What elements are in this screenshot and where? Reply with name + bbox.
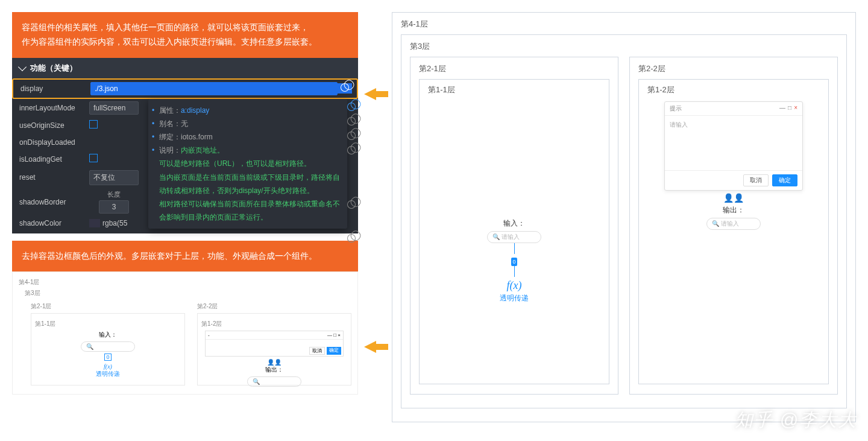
banner-line2: 作为容器组件的实际内容，双击可以进入内嵌页进行编辑。支持任意多层嵌套。 [22,35,348,49]
input-label: 输入： [503,218,525,229]
link-icon [339,81,351,94]
prop-label: reset [19,173,89,182]
layer-2-2: 第2-2层 第1-2层 提示 —□× 请输入 取消 [629,57,838,395]
layer-title: 第1-1层 [428,84,455,95]
layer-title: 第3层 [410,41,838,52]
layer-title: 第2-2层 [638,63,829,74]
link-icon-cell[interactable] [338,83,352,94]
layer-1-1: 第1-1层 输入： 🔍 请输入 0 f(x) 透明传递 [419,79,609,384]
useOriginSize-checkbox[interactable] [89,120,98,128]
tooltip-box: 属性：a:display 别名：无 绑定：iotos.form 说明：内嵌页地址… [148,99,347,229]
section-header[interactable]: 功能（关键） [12,58,358,78]
search-input[interactable]: 🔍 请输入 [706,218,761,230]
search-mini[interactable]: 🔍 [247,376,301,387]
prop-row-display: display [12,78,358,99]
layer-2-1: 第2-1层 第1-1层 输入： 🔍 请输入 0 f(x) 透明传递 [410,57,618,395]
search-mini[interactable]: 🔍 [81,341,135,352]
prop-row-innerLayoutMode: innerLayoutMode fullScreen [12,99,143,117]
close-icon: × [794,104,797,111]
section-title: 功能（关键） [30,63,77,74]
link-icon[interactable] [345,130,357,142]
link-icon[interactable] [345,232,357,244]
arrow-icon [364,341,388,353]
layer-4-1: 第4-1层 第3层 第2-1层 第1-1层 输入： 🔍 请输入 0 [392,12,856,422]
prop-label: innerLayoutMode [19,104,89,112]
display-input[interactable] [90,82,338,95]
layer-1-2: 第1-2层 提示 —□× 请输入 取消 确定 [638,79,829,384]
search-input[interactable]: 🔍 请输入 [487,231,541,243]
layer-title: 第2-1层 [419,63,609,74]
fx-label: 透明传递 [500,293,529,303]
prop-label: onDisplayLoaded [19,138,89,147]
pin-badge: 0 [511,258,517,266]
prop-row-shadowBorder: shadowBorder 长度 3 [12,188,143,217]
prop-label: display [20,84,90,93]
prop-row-isLoadingGet: isLoadingGet [12,151,143,168]
link-icon[interactable] [345,115,357,127]
people-icon: 👤👤 [723,193,744,203]
banner2-text: 去掉容器边框颜色后的外观。多层嵌套对于上层，功能、外观融合成一个组件。 [22,251,317,261]
chevron-down-icon [18,63,27,71]
color-swatch[interactable] [89,219,100,227]
prop-row-useOriginSize: useOriginSize [12,117,143,134]
maximize-icon: □ [788,104,791,111]
innerLayoutMode-select[interactable]: fullScreen [89,101,139,115]
output-label: 输出： [723,205,744,215]
link-icon[interactable] [345,101,357,113]
properties-panel: 功能（关键） display innerLayoutMode fullScree… [12,58,358,233]
prop-label: isLoadingGet [19,155,89,163]
prop-row-onDisplayLoaded: onDisplayLoaded [12,134,143,151]
layer-3: 第3层 第2-1层 第1-1层 输入： 🔍 请输入 0 f(x) [401,34,847,408]
arrow-icon [364,88,388,100]
shadowBorder-input[interactable]: 3 [99,200,129,214]
link-icon[interactable] [345,198,357,211]
ok-button[interactable]: 确定 [772,174,797,186]
link-icon[interactable] [345,144,357,156]
dialog-body: 请输入 [665,116,802,170]
layer-title: 第1-2层 [647,84,675,95]
isLoadingGet-checkbox[interactable] [89,154,98,162]
banner-bottom: 去掉容器边框颜色后的外观。多层嵌套对于上层，功能、外观融合成一个组件。 [12,241,358,272]
window-controls[interactable]: —□× [777,104,797,113]
prop-row-reset: reset 不复位 [12,168,143,188]
length-label: 长度 [107,190,121,199]
mini-preview: 第4-1层 第3层 第2-1层 第1-1层 输入： 🔍 0 f(x) 透明传递 [12,271,358,395]
minimize-icon: — [779,104,785,111]
prop-label: shadowBorder [19,198,89,206]
cancel-button[interactable]: 取消 [743,174,769,186]
banner-top: 容器组件的相关属性，填入其他任一页面的路径，就可以将该页面嵌套过来， 作为容器组… [12,12,358,58]
dialog-title: 提示 [670,104,682,113]
right-preview: 第4-1层 第3层 第2-1层 第1-1层 输入： 🔍 请输入 0 [392,12,856,431]
dialog-preview: 提示 —□× 请输入 取消 确定 [664,101,803,191]
prop-label: useOriginSize [19,121,89,130]
prop-label: shadowColor [19,219,89,227]
prop-row-shadowColor: shadowColor rgba(55 [12,217,143,233]
banner-line1: 容器组件的相关属性，填入其他任一页面的路径，就可以将该页面嵌套过来， [22,21,348,35]
reset-select[interactable]: 不复位 [89,170,139,185]
layer-title: 第4-1层 [401,19,847,30]
shadowColor-value: rgba(55 [102,219,127,227]
fx-icon: f(x) [507,279,522,292]
